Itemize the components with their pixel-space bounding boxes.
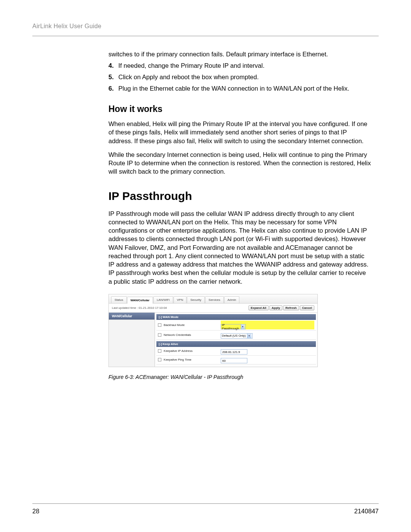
row-keepalive-ping-time: Keepalive Ping Time 60 — [156, 356, 316, 364]
cancel-button[interactable]: Cancel — [300, 305, 314, 310]
row-keepalive-ip: Keepalive IP Address 208.81.121.9 — [156, 347, 316, 356]
expand-all-button[interactable]: Expand All — [249, 305, 269, 310]
status-bar: Last updated time : 01-21-2010 17:10:04 … — [109, 304, 317, 313]
label-keepalive-ip: Keepalive IP Address — [164, 349, 221, 353]
chevron-down-icon: ▾ — [247, 334, 252, 338]
figure-caption: Figure 6-3: ACEmanager: WAN/Cellular - I… — [108, 374, 371, 380]
label-backhaul-mode: Backhaul Mode — [164, 323, 221, 327]
tab-admin[interactable]: Admin — [224, 296, 240, 303]
tab-bar: Status WAN/Cellular LAN/WiFi VPN Securit… — [109, 294, 317, 304]
page-header-title: AirLink Helix User Guide — [32, 23, 379, 30]
ip-passthrough-para: IP Passthrough mode will pass the cellul… — [108, 209, 371, 286]
last-updated-text: Last updated time : 01-21-2010 17:10:04 — [112, 306, 167, 310]
label-keepalive-ping-time: Keepalive Ping Time — [164, 358, 221, 361]
header-rule — [32, 36, 379, 36]
group-keep-alive[interactable]: [-] Keep Alive — [156, 341, 316, 347]
step-4: 4.If needed, change the Primary Route IP… — [108, 61, 371, 70]
checkbox-icon[interactable] — [158, 323, 161, 327]
acemanager-screenshot: Status WAN/Cellular LAN/WiFi VPN Securit… — [108, 294, 318, 367]
page-footer: 28 2140847 — [32, 503, 379, 515]
select-backhaul-mode[interactable]: IP Passthrough ▾ — [221, 324, 246, 329]
select-value: IP Passthrough — [222, 323, 240, 330]
step-6: 6.Plug in the Ethernet cable for the WAN… — [108, 84, 371, 93]
footer-rule — [32, 503, 379, 504]
tab-services[interactable]: Services — [205, 296, 224, 303]
document-number: 2140847 — [354, 508, 379, 515]
ip-passthrough-heading: IP Passthrough — [108, 190, 371, 203]
step-text: Click on Apply and reboot the box when p… — [118, 73, 259, 80]
continuation-text: switches to if the primary connection fa… — [108, 50, 371, 58]
select-network-credentials[interactable]: Default (US Only) ▾ — [221, 333, 253, 339]
sidebar: WAN/Cellular — [109, 313, 155, 367]
main-panel: [-] WAN Mode Backhaul Mode IP Passthroug… — [155, 313, 317, 367]
checkbox-icon[interactable] — [158, 358, 161, 361]
sidebar-item-wan-cellular[interactable]: WAN/Cellular — [109, 313, 155, 320]
tab-wan-cellular[interactable]: WAN/Cellular — [127, 297, 153, 304]
refresh-button[interactable]: Refresh — [283, 305, 299, 310]
tab-status[interactable]: Status — [111, 296, 127, 303]
step-number: 6. — [108, 84, 114, 93]
how-it-works-p1: When enabled, Helix will ping the Primar… — [108, 120, 371, 145]
group-wan-mode[interactable]: [-] WAN Mode — [156, 314, 316, 320]
checkbox-icon[interactable] — [158, 349, 161, 353]
input-keepalive-ip[interactable]: 208.81.121.9 — [221, 349, 247, 355]
label-network-credentials: Network Credentials — [164, 333, 221, 337]
step-number: 5. — [108, 73, 114, 82]
select-value: Default (US Only) — [222, 334, 246, 337]
checkbox-icon[interactable] — [158, 333, 161, 337]
chevron-down-icon: ▾ — [241, 324, 245, 329]
how-it-works-p2: While the secondary Internet connection … — [108, 150, 371, 176]
tab-lan-wifi[interactable]: LAN/WiFi — [153, 296, 173, 303]
row-backhaul-mode: Backhaul Mode IP Passthrough ▾ — [156, 320, 316, 331]
tab-security[interactable]: Security — [187, 296, 205, 303]
input-keepalive-ping-time[interactable]: 60 — [221, 358, 247, 363]
page-number: 28 — [32, 508, 39, 515]
how-it-works-heading: How it works — [108, 104, 371, 114]
step-5: 5.Click on Apply and reboot the box when… — [108, 73, 371, 82]
step-text: Plug in the Ethernet cable for the WAN c… — [118, 85, 349, 92]
step-text: If needed, change the Primary Route IP a… — [118, 62, 264, 69]
step-list: 4.If needed, change the Primary Route IP… — [108, 61, 371, 93]
step-number: 4. — [108, 61, 114, 70]
row-network-credentials: Network Credentials Default (US Only) ▾ — [156, 331, 316, 340]
tab-vpn[interactable]: VPN — [174, 296, 186, 303]
apply-button[interactable]: Apply — [269, 305, 282, 310]
